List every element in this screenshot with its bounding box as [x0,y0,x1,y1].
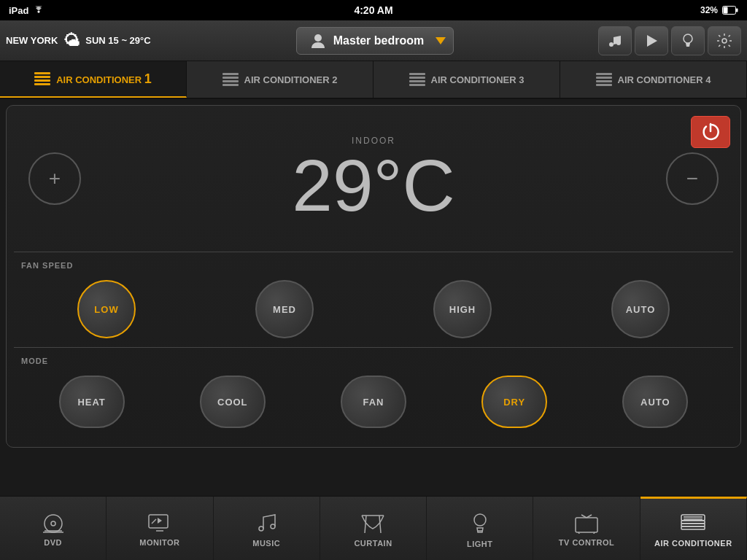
mode-section: MODE HEAT COOL FAN DRY AUTO [7,348,740,437]
nav-air-conditioner[interactable]: AIR CONDITIONER [640,497,747,560]
svg-rect-9 [34,79,50,82]
temperature-section: + INDOOR 29°C − [7,106,740,252]
svg-rect-10 [34,83,50,85]
tv-icon [574,513,599,534]
weather-city: NEW YORK [6,35,58,46]
svg-rect-12 [222,77,239,79]
ac-tab-icon-1 [34,72,50,85]
nav-curtain-label: CURTAIN [354,539,392,548]
svg-rect-22 [596,84,612,86]
fan-speed-label: FAN SPEED [21,261,726,270]
tab-ac2[interactable]: AIR CONDITIONER 2 [187,61,374,98]
svg-marker-4 [647,35,657,47]
nav-curtain[interactable]: CURTAIN [320,497,427,560]
power-button[interactable] [691,116,730,148]
nav-dvd[interactable]: DVD [0,497,107,560]
chevron-down-icon [436,37,446,44]
settings-icon-button[interactable] [708,26,741,55]
person-icon [311,34,325,48]
tab-ac3[interactable]: AIR CONDITIONER 3 [374,61,560,98]
svg-rect-48 [681,526,705,529]
bottom-nav: DVD MONITOR MUSIC [0,496,747,560]
svg-rect-17 [409,80,425,82]
tab-label-4: AIR CONDITIONER 4 [618,74,711,85]
svg-rect-15 [409,73,425,75]
svg-point-23 [44,515,62,532]
play-icon-button[interactable] [635,26,668,55]
ac-nav-icon [681,514,705,534]
music-icon-button[interactable] [598,26,632,55]
svg-rect-7 [34,72,50,74]
weather-details: SUN 15 ~ 29°C [85,35,150,46]
svg-point-3 [314,34,322,42]
nav-dvd-label: DVD [44,538,62,547]
svg-marker-30 [158,518,162,524]
svg-rect-21 [596,80,612,82]
mode-fan-button[interactable]: FAN [341,376,406,428]
main-control-area: + INDOOR 29°C − FAN SPEED LOW MED HIGH A… [6,105,741,448]
fan-med-button[interactable]: MED [255,280,314,338]
nav-light[interactable]: LIGHT [427,497,533,560]
svg-line-35 [379,516,381,533]
mode-cool-button[interactable]: COOL [200,376,266,428]
temperature-display: INDOOR 29°C [292,136,454,222]
tab-ac1[interactable]: AIR CONDITIONER 1 [0,61,187,98]
svg-rect-19 [596,73,612,75]
svg-rect-20 [596,77,612,79]
ac-tab-icon-2 [222,73,239,86]
ac-tab-icon-4 [596,73,612,86]
svg-line-29 [152,519,156,524]
nav-music-label: MUSIC [252,539,280,548]
fan-speed-buttons: LOW MED HIGH AUTO [21,280,726,338]
room-selector: Master bedroom [158,27,592,55]
temp-value: 29°C [292,149,454,222]
status-bar: iPad 4:20 AM 32% [0,0,747,20]
fan-high-button[interactable]: HIGH [433,280,492,338]
svg-line-34 [365,516,366,533]
svg-point-5 [684,34,692,43]
fan-low-button[interactable]: LOW [77,280,136,338]
light-nav-icon [471,512,489,535]
svg-rect-8 [34,76,50,78]
tab-label-1: AIR CONDITIONER 1 [56,71,152,87]
nav-monitor-label: MONITOR [139,538,179,547]
mode-dry-button[interactable]: DRY [481,376,547,428]
mode-buttons: HEAT COOL FAN DRY AUTO [21,376,726,428]
svg-rect-38 [576,518,597,532]
tab-label-2: AIR CONDITIONER 2 [244,74,338,85]
mode-heat-button[interactable]: HEAT [59,376,125,428]
nav-monitor[interactable]: MONITOR [107,497,213,560]
room-dropdown[interactable]: Master bedroom [296,27,454,55]
monitor-icon [147,513,172,534]
tab-label-3: AIR CONDITIONER 3 [431,74,525,85]
svg-rect-13 [222,80,239,82]
nav-tv-control[interactable]: TV CONTROL [533,497,640,560]
fan-auto-button[interactable]: AUTO [611,280,670,338]
battery-icon [722,6,738,15]
tab-ac4[interactable]: AIR CONDITIONER 4 [560,61,747,98]
temp-increase-button[interactable]: + [28,152,81,205]
mode-auto-button[interactable]: AUTO [622,376,688,428]
light-icon-button[interactable] [671,26,705,55]
svg-point-31 [259,526,263,531]
battery-label: 32% [700,5,718,15]
svg-rect-18 [409,84,425,86]
nav-music[interactable]: MUSIC [214,497,320,560]
room-name: Master bedroom [333,34,424,47]
nav-ac-label: AIR CONDITIONER [654,539,732,548]
svg-rect-14 [222,84,239,86]
music-nav-icon [256,513,276,534]
svg-rect-1 [724,7,728,14]
svg-point-6 [722,39,727,43]
weather-info: NEW YORK 🌤 SUN 15 ~ 29°C [6,31,152,50]
svg-rect-2 [736,9,738,12]
device-label: iPad [9,5,28,16]
temp-decrease-button[interactable]: − [666,152,719,205]
nav-light-label: LIGHT [467,540,493,548]
ac-tab-icon-3 [409,73,425,86]
svg-point-24 [51,521,55,526]
svg-point-32 [271,524,275,529]
nav-tv-label: TV CONTROL [559,538,615,547]
svg-rect-16 [409,77,425,79]
fan-speed-section: FAN SPEED LOW MED HIGH AUTO [7,252,740,347]
